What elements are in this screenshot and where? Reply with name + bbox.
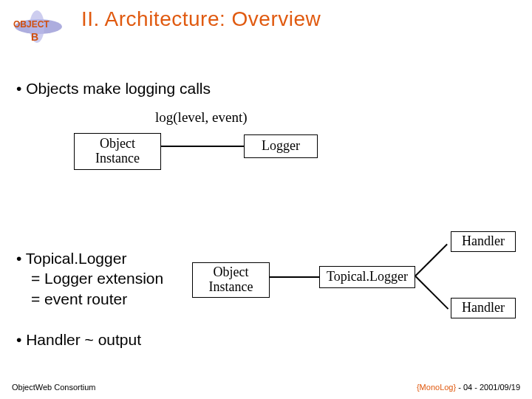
logo-text-bottom: B: [31, 31, 38, 43]
diagram-connector-handler-bottom: [415, 276, 449, 310]
diagram-box-topical-logger: Topical.Logger: [319, 266, 415, 288]
diagram-connector-2: [270, 276, 319, 278]
diagram-connector-1: [161, 146, 244, 147]
slide-title: II. Architecture: Overview: [81, 7, 321, 31]
bullet-line: = event router: [16, 289, 163, 309]
bullet-line: • Topical.Logger: [16, 248, 163, 268]
diagram-connector-handler-top: [415, 244, 448, 277]
logo: OBJECT B: [9, 9, 68, 44]
logo-text-top: OBJECT: [13, 19, 50, 30]
footer-meta: - 04 - 2001/09/19: [456, 383, 520, 392]
diagram-box-label: Object Instance: [75, 137, 160, 166]
diagram-call-label: log(level, event): [155, 109, 248, 126]
bullet-topical-logger: • Topical.Logger = Logger extension = ev…: [16, 248, 163, 309]
diagram-box-object-instance-2: Object Instance: [192, 262, 270, 298]
diagram-box-label: Handler: [451, 301, 515, 316]
diagram-box-handler-bottom: Handler: [451, 298, 516, 318]
diagram-box-label: Handler: [451, 234, 515, 249]
diagram-box-object-instance-1: Object Instance: [74, 133, 161, 170]
diagram-box-handler-top: Handler: [451, 231, 516, 252]
diagram-box-logger: Logger: [244, 134, 318, 158]
bullet-objects-make-calls: • Objects make logging calls: [16, 80, 211, 98]
diagram-box-label: Logger: [245, 139, 317, 154]
bullet-handler-output: • Handler ~ output: [16, 331, 141, 349]
footer-right: {MonoLog} - 04 - 2001/09/19: [417, 383, 520, 392]
diagram-box-label: Object Instance: [193, 265, 269, 295]
bullet-line: = Logger extension: [16, 268, 163, 288]
footer-left: ObjectWeb Consortium: [12, 383, 96, 392]
diagram-box-label: Topical.Logger: [320, 270, 415, 284]
footer-brand: {MonoLog}: [417, 383, 456, 392]
